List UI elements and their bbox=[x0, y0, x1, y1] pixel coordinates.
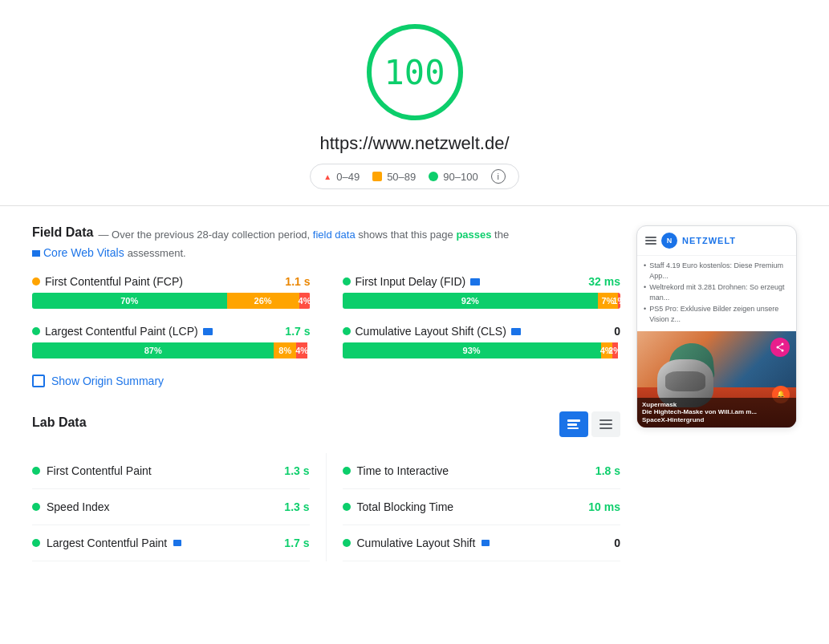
news-text-2: Weltrekord mit 3.281 Drohnen: So erzeugt… bbox=[649, 282, 790, 302]
lab-tbt-label: Total Blocking Time bbox=[357, 500, 454, 513]
right-panel: N NETZWELT • Staff 4.19 Euro kostenlos: … bbox=[636, 225, 797, 561]
legend-item-orange: 50–89 bbox=[372, 171, 416, 183]
cls-value: 0 bbox=[614, 325, 620, 338]
toggle-list-view[interactable] bbox=[591, 411, 620, 437]
image-overlay: Xupermask Die Hightech-Maske von Will.i.… bbox=[637, 398, 796, 427]
lab-lcp-value: 1.7 s bbox=[284, 537, 309, 549]
legend-item-red: ▲ 0–49 bbox=[323, 171, 360, 183]
legend-range-red: 0–49 bbox=[336, 171, 360, 183]
lab-data-header: Lab Data bbox=[32, 411, 620, 437]
lcp-flag-icon bbox=[203, 328, 213, 335]
fcp-bar-green: 70% bbox=[32, 293, 227, 309]
field-data-title: Field Data bbox=[32, 225, 93, 240]
fcp-dot bbox=[32, 277, 40, 286]
share-icon bbox=[775, 342, 785, 352]
fid-bar-green: 92% bbox=[343, 293, 599, 309]
lab-speed-label: Speed Index bbox=[47, 500, 110, 513]
svg-line-10 bbox=[778, 347, 782, 350]
bar-view-icon bbox=[567, 419, 580, 429]
lab-metric-tti: Time to Interactive 1.8 s bbox=[343, 453, 621, 489]
lab-tbt-value: 10 ms bbox=[588, 500, 620, 513]
fcp-bar-red: 4% bbox=[299, 293, 311, 309]
lab-tti-dot bbox=[343, 467, 351, 475]
score-legend: ▲ 0–49 50–89 90–100 i bbox=[310, 164, 518, 189]
metric-cls: Cumulative Layout Shift (CLS) 0 93% 4% 2… bbox=[343, 325, 621, 358]
lcp-title: Largest Contentful Paint (LCP) bbox=[45, 325, 198, 338]
checkbox-icon bbox=[35, 377, 43, 385]
field-data-link[interactable]: field data bbox=[313, 229, 356, 241]
cls-bar-green: 93% bbox=[343, 342, 601, 358]
fid-dot bbox=[343, 277, 351, 286]
page-url: https://www.netzwelt.de/ bbox=[320, 133, 510, 154]
site-name: NETZWELT bbox=[682, 236, 736, 245]
lcp-value: 1.7 s bbox=[285, 325, 310, 338]
lab-tti-label: Time to Interactive bbox=[357, 464, 449, 477]
metric-lcp: Largest Contentful Paint (LCP) 1.7 s 87%… bbox=[32, 325, 311, 358]
main-content: Field Data — Over the previous 28-day co… bbox=[0, 206, 829, 581]
svg-rect-3 bbox=[599, 419, 612, 421]
fcp-value: 1.1 s bbox=[285, 275, 310, 288]
fid-title: First Input Delay (FID) bbox=[356, 275, 466, 288]
score-value: 100 bbox=[384, 53, 445, 92]
core-web-vitals-link[interactable]: Core Web Vitals bbox=[43, 246, 124, 259]
news-item-2: • Weltrekord mit 3.281 Drohnen: So erzeu… bbox=[644, 282, 790, 302]
toggle-bar-view[interactable] bbox=[559, 411, 588, 437]
fid-bar-red: 1% bbox=[618, 293, 620, 309]
lab-metric-fcp: First Contentful Paint 1.3 s bbox=[32, 453, 310, 489]
visor-shape bbox=[665, 371, 705, 391]
svg-rect-5 bbox=[599, 427, 612, 429]
info-icon[interactable]: i bbox=[491, 169, 506, 184]
image-subtitle1: Die Hightech-Maske von Will.i.am m... bbox=[642, 408, 791, 416]
lab-lcp-flag-icon bbox=[173, 540, 181, 546]
lab-cls-value: 0 bbox=[614, 537, 620, 549]
image-title: Xupermask bbox=[642, 401, 791, 409]
legend-range-orange: 50–89 bbox=[387, 171, 416, 183]
show-origin-checkbox[interactable] bbox=[32, 375, 45, 387]
lab-cls-label: Cumulative Layout Shift bbox=[357, 537, 476, 549]
phone-news-list: • Staff 4.19 Euro kostenlos: Diese Premi… bbox=[637, 256, 796, 331]
svg-line-9 bbox=[778, 344, 782, 347]
news-item-3: • PS5 Pro: Exklusive Bilder zeigen unser… bbox=[644, 304, 790, 324]
lab-data-title: Lab Data bbox=[32, 415, 87, 430]
show-origin-label[interactable]: Show Origin Summary bbox=[51, 375, 164, 387]
svg-rect-4 bbox=[599, 423, 612, 425]
lab-metric-tbt: Total Blocking Time 10 ms bbox=[343, 489, 621, 525]
triangle-icon: ▲ bbox=[323, 172, 331, 181]
cls-bar-red: 2% bbox=[612, 342, 618, 358]
news-item-1: • Staff 4.19 Euro kostenlos: Diese Premi… bbox=[644, 261, 790, 281]
lab-lcp-dot bbox=[32, 539, 40, 547]
metric-fcp: First Contentful Paint (FCP) 1.1 s 70% 2… bbox=[32, 275, 311, 309]
share-button[interactable] bbox=[770, 338, 790, 357]
lab-metric-cls: Cumulative Layout Shift 0 bbox=[343, 525, 621, 561]
legend-range-green: 90–100 bbox=[443, 171, 477, 183]
lab-fcp-value: 1.3 s bbox=[284, 464, 309, 477]
lab-speed-value: 1.3 s bbox=[284, 500, 309, 513]
cls-dot bbox=[343, 327, 351, 335]
show-origin-row[interactable]: Show Origin Summary bbox=[32, 375, 620, 387]
desc-suffix: the bbox=[494, 229, 509, 241]
fcp-title: First Contentful Paint (FCP) bbox=[45, 275, 183, 288]
view-toggle[interactable] bbox=[559, 411, 620, 437]
lab-metric-speed: Speed Index 1.3 s bbox=[32, 489, 310, 525]
cls-title: Cumulative Layout Shift (CLS) bbox=[356, 325, 506, 338]
lab-cls-flag-icon bbox=[482, 540, 490, 546]
lab-fcp-dot bbox=[32, 467, 40, 475]
lcp-bar: 87% 8% 4% bbox=[32, 342, 311, 358]
lab-metric-lcp: Largest Contentful Paint 1.7 s bbox=[32, 525, 310, 561]
square-icon bbox=[372, 172, 382, 181]
assessment-text: assessment. bbox=[128, 247, 186, 259]
desc-middle: shows that this page bbox=[358, 229, 453, 241]
top-section: 100 https://www.netzwelt.de/ ▲ 0–49 50–8… bbox=[0, 0, 829, 206]
fid-flag-icon bbox=[470, 278, 480, 286]
svg-rect-1 bbox=[567, 423, 577, 426]
passes-text: passes bbox=[456, 229, 491, 241]
lcp-bar-green: 87% bbox=[32, 342, 274, 358]
flag-icon-cwv bbox=[32, 250, 40, 257]
hamburger-icon[interactable] bbox=[645, 237, 656, 245]
desc-prefix: — Over the previous 28-day collection pe… bbox=[98, 229, 310, 241]
news-text-1: Staff 4.19 Euro kostenlos: Diese Premium… bbox=[649, 261, 790, 281]
field-data-description: — Over the previous 28-day collection pe… bbox=[98, 227, 509, 243]
fcp-bar: 70% 26% 4% bbox=[32, 293, 311, 309]
lab-metrics-grid: First Contentful Paint 1.3 s Speed Index… bbox=[32, 453, 620, 561]
svg-rect-2 bbox=[567, 427, 579, 429]
